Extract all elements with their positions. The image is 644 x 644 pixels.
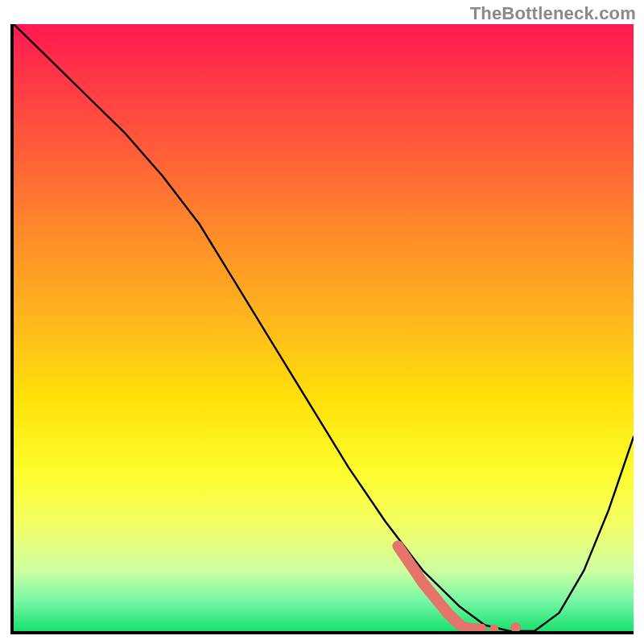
chart-svg — [14, 24, 634, 631]
marker-segment — [398, 546, 460, 625]
marker-dots-group — [460, 622, 521, 632]
attribution-text: TheBottleneck.com — [470, 3, 636, 24]
plot-area — [10, 24, 634, 634]
chart-container: TheBottleneck.com — [0, 0, 644, 644]
marker-dot — [510, 622, 521, 631]
marker-dot — [489, 625, 498, 632]
bottleneck-curve — [14, 24, 634, 631]
